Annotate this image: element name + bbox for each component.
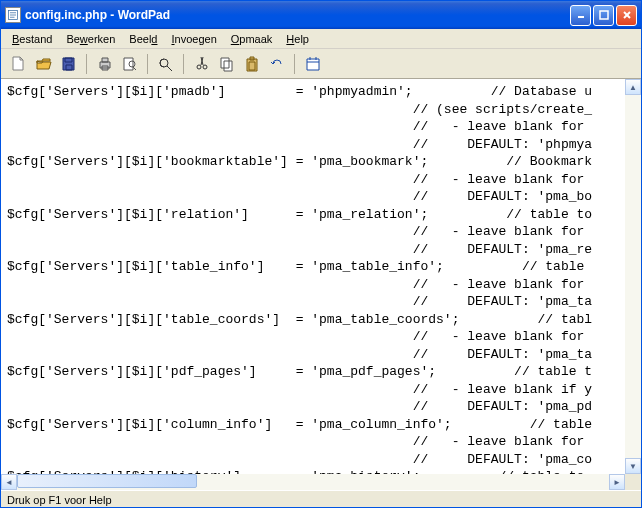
minimize-button[interactable] bbox=[570, 5, 591, 26]
menu-item-opmaak[interactable]: Opmaak bbox=[224, 31, 280, 47]
scroll-h-thumb[interactable] bbox=[17, 474, 197, 488]
menu-item-help[interactable]: Help bbox=[279, 31, 316, 47]
text-content[interactable]: $cfg['Servers'][$i]['pmadb'] = 'phpmyadm… bbox=[1, 79, 625, 474]
paste-icon[interactable] bbox=[240, 53, 263, 75]
vertical-scrollbar[interactable]: ▲ ▼ bbox=[625, 79, 641, 474]
cut-icon[interactable] bbox=[190, 53, 213, 75]
toolbar-separator bbox=[183, 54, 184, 74]
window-title: config.inc.php - WordPad bbox=[25, 8, 570, 22]
window-controls bbox=[570, 5, 637, 26]
app-icon bbox=[5, 7, 21, 23]
toolbar bbox=[1, 49, 641, 79]
copy-icon[interactable] bbox=[215, 53, 238, 75]
print-preview-icon[interactable] bbox=[118, 53, 141, 75]
print-icon[interactable] bbox=[93, 53, 116, 75]
menu-item-bestand[interactable]: Bestand bbox=[5, 31, 59, 47]
scroll-up-button[interactable]: ▲ bbox=[625, 79, 641, 95]
menu-bar: BestandBewerkenBeeldInvoegenOpmaakHelp bbox=[1, 29, 641, 49]
status-bar: Druk op F1 voor Help bbox=[1, 490, 641, 508]
scroll-left-button[interactable]: ◄ bbox=[1, 474, 17, 490]
find-icon[interactable] bbox=[154, 53, 177, 75]
close-button[interactable] bbox=[616, 5, 637, 26]
scroll-corner bbox=[625, 474, 641, 490]
menu-item-beeld[interactable]: Beeld bbox=[122, 31, 164, 47]
scroll-v-track[interactable] bbox=[625, 95, 641, 458]
toolbar-separator bbox=[147, 54, 148, 74]
editor-area: $cfg['Servers'][$i]['pmadb'] = 'phpmyadm… bbox=[1, 79, 641, 490]
new-icon[interactable] bbox=[7, 53, 30, 75]
maximize-button[interactable] bbox=[593, 5, 614, 26]
save-icon[interactable] bbox=[57, 53, 80, 75]
scroll-right-button[interactable]: ► bbox=[609, 474, 625, 490]
title-bar: config.inc.php - WordPad bbox=[1, 1, 641, 29]
toolbar-separator bbox=[86, 54, 87, 74]
toolbar-separator bbox=[294, 54, 295, 74]
scroll-h-track[interactable] bbox=[17, 474, 609, 490]
horizontal-scrollbar[interactable]: ◄ ► bbox=[1, 474, 625, 490]
scroll-down-button[interactable]: ▼ bbox=[625, 458, 641, 474]
open-icon[interactable] bbox=[32, 53, 55, 75]
menu-item-invoegen[interactable]: Invoegen bbox=[164, 31, 223, 47]
menu-item-bewerken[interactable]: Bewerken bbox=[59, 31, 122, 47]
undo-icon[interactable] bbox=[265, 53, 288, 75]
datetime-icon[interactable] bbox=[301, 53, 324, 75]
status-text: Druk op F1 voor Help bbox=[7, 494, 112, 506]
svg-rect-5 bbox=[600, 11, 608, 19]
